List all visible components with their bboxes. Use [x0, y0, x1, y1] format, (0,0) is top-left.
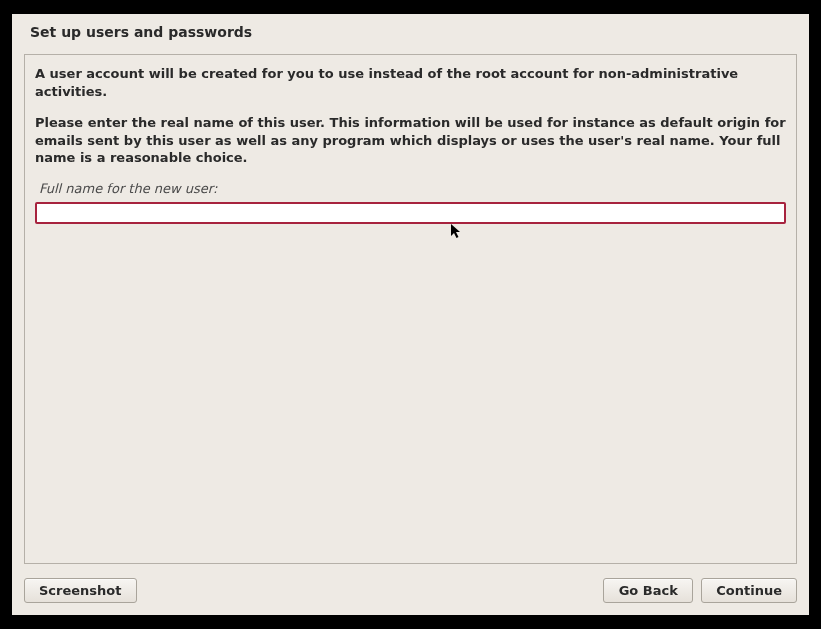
page-header: Set up users and passwords — [12, 14, 809, 54]
description-p2: Please enter the real name of this user.… — [35, 114, 786, 167]
screenshot-button[interactable]: Screenshot — [24, 578, 137, 603]
installer-window: Set up users and passwords A user accoun… — [12, 14, 809, 615]
description-p1: A user account will be created for you t… — [35, 65, 786, 100]
content-pane: A user account will be created for you t… — [24, 54, 797, 564]
continue-button[interactable]: Continue — [701, 578, 797, 603]
description-block: A user account will be created for you t… — [35, 65, 786, 167]
go-back-button[interactable]: Go Back — [603, 578, 693, 603]
page-title: Set up users and passwords — [30, 24, 791, 40]
button-bar: Screenshot Go Back Continue — [12, 564, 809, 615]
fullname-input[interactable] — [35, 202, 786, 224]
fullname-field-label: Full name for the new user: — [39, 181, 786, 196]
